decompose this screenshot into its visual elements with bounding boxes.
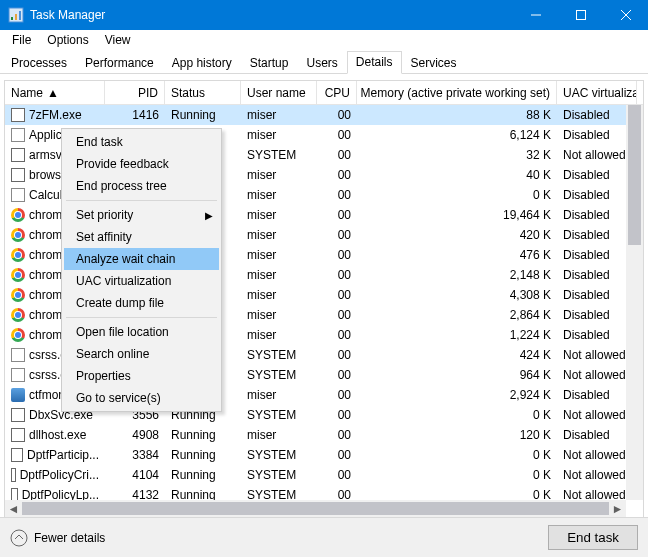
col-user[interactable]: User name [241, 81, 317, 104]
process-icon [11, 108, 25, 122]
tab-users[interactable]: Users [297, 52, 346, 74]
context-menu: End taskProvide feedbackEnd process tree… [61, 128, 222, 412]
process-icon [11, 408, 25, 422]
table-row[interactable]: DptfParticip...3384RunningSYSTEM000 KNot… [5, 445, 643, 465]
context-menu-item[interactable]: Provide feedback [64, 153, 219, 175]
process-icon [11, 128, 25, 142]
context-menu-item[interactable]: Properties [64, 365, 219, 387]
table-row[interactable]: 7zFM.exe1416Runningmiser0088 KDisabled [5, 105, 643, 125]
footer: Fewer details End task [0, 517, 648, 557]
scrollbar-thumb[interactable] [22, 502, 609, 515]
context-menu-item[interactable]: UAC virtualization [64, 270, 219, 292]
col-pid[interactable]: PID [105, 81, 165, 104]
process-icon [11, 268, 25, 282]
process-icon [11, 348, 25, 362]
context-menu-separator [66, 317, 217, 318]
tab-services[interactable]: Services [402, 52, 466, 74]
menu-view[interactable]: View [97, 32, 139, 48]
process-icon [11, 208, 25, 222]
process-icon [11, 188, 25, 202]
tab-processes[interactable]: Processes [2, 52, 76, 74]
process-icon [11, 288, 25, 302]
table-row[interactable]: dllhost.exe4908Runningmiser00120 KDisabl… [5, 425, 643, 445]
menubar: File Options View [0, 30, 648, 50]
process-icon [11, 228, 25, 242]
svg-rect-3 [19, 11, 21, 20]
end-task-button[interactable]: End task [548, 525, 638, 550]
context-menu-item[interactable]: Create dump file [64, 292, 219, 314]
context-menu-item[interactable]: Set affinity [64, 226, 219, 248]
column-headers: Name▲ PID Status User name CPU Memory (a… [5, 81, 643, 105]
vertical-scrollbar[interactable] [626, 105, 643, 500]
horizontal-scrollbar[interactable]: ◄ ► [5, 500, 626, 517]
chevron-up-icon [10, 529, 28, 547]
process-icon [11, 468, 16, 482]
context-menu-item[interactable]: Analyze wait chain [64, 248, 219, 270]
context-menu-item[interactable]: End process tree [64, 175, 219, 197]
minimize-button[interactable] [513, 0, 558, 30]
close-button[interactable] [603, 0, 648, 30]
context-menu-item[interactable]: Go to service(s) [64, 387, 219, 409]
tab-performance[interactable]: Performance [76, 52, 163, 74]
context-menu-item[interactable]: Set priority▶ [64, 204, 219, 226]
tabbar: ProcessesPerformanceApp historyStartupUs… [0, 50, 648, 74]
fewer-details-button[interactable]: Fewer details [10, 529, 105, 547]
col-uac[interactable]: UAC virtualizat [557, 81, 637, 104]
titlebar[interactable]: Task Manager [0, 0, 648, 30]
context-menu-item[interactable]: End task [64, 131, 219, 153]
app-icon [8, 7, 24, 23]
svg-rect-1 [11, 17, 13, 20]
context-menu-item[interactable]: Open file location [64, 321, 219, 343]
process-icon [11, 168, 25, 182]
process-icon [11, 248, 25, 262]
process-icon [11, 328, 25, 342]
scrollbar-thumb[interactable] [628, 105, 641, 245]
col-memory[interactable]: Memory (active private working set) [357, 81, 557, 104]
table-row[interactable]: DptfPolicyCri...4104RunningSYSTEM000 KNo… [5, 465, 643, 485]
chevron-right-icon: ▶ [205, 210, 213, 221]
menu-options[interactable]: Options [39, 32, 96, 48]
process-icon [11, 308, 25, 322]
col-name[interactable]: Name▲ [5, 81, 105, 104]
tab-startup[interactable]: Startup [241, 52, 298, 74]
process-icon [11, 368, 25, 382]
menu-file[interactable]: File [4, 32, 39, 48]
svg-rect-5 [576, 11, 585, 20]
process-icon [11, 388, 25, 402]
process-icon [11, 428, 25, 442]
window-title: Task Manager [30, 8, 513, 22]
context-menu-separator [66, 200, 217, 201]
col-cpu[interactable]: CPU [317, 81, 357, 104]
maximize-button[interactable] [558, 0, 603, 30]
svg-rect-2 [15, 14, 17, 20]
process-icon [11, 448, 23, 462]
svg-point-8 [11, 530, 27, 546]
process-icon [11, 148, 25, 162]
sort-asc-icon: ▲ [47, 86, 59, 100]
context-menu-item[interactable]: Search online [64, 343, 219, 365]
col-status[interactable]: Status [165, 81, 241, 104]
tab-details[interactable]: Details [347, 51, 402, 74]
scroll-left-icon[interactable]: ◄ [5, 500, 22, 517]
tab-app-history[interactable]: App history [163, 52, 241, 74]
scroll-right-icon[interactable]: ► [609, 500, 626, 517]
